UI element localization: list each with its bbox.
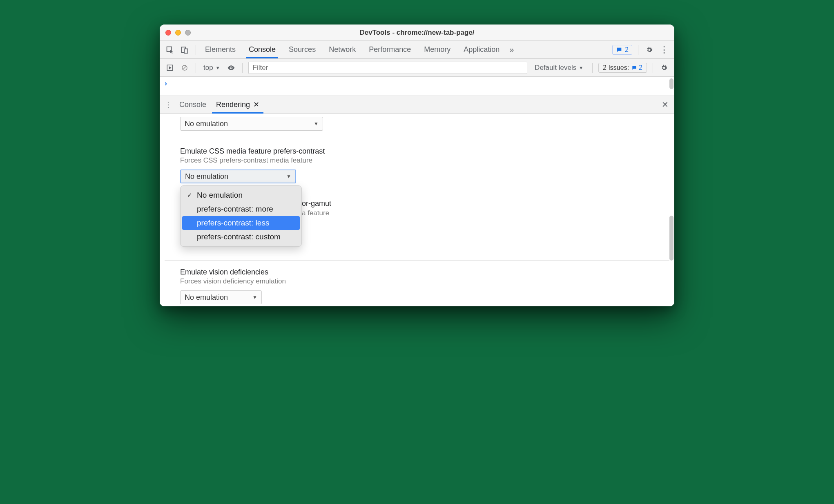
tab-elements[interactable]: Elements: [204, 41, 236, 58]
separator: [653, 63, 653, 73]
tab-network[interactable]: Network: [328, 41, 357, 58]
drawer-tab-rendering[interactable]: Rendering ✕: [212, 96, 263, 113]
select-value: No emulation: [185, 293, 228, 302]
dropdown-option-more[interactable]: prefers-contrast: more: [181, 202, 301, 216]
separator: [592, 63, 593, 73]
main-tabs: Elements Console Sources Network Perform…: [204, 41, 500, 58]
drawer-tabbar: ⋮ Console Rendering ✕ ✕: [160, 96, 674, 114]
separator: [196, 45, 196, 55]
tab-console[interactable]: Console: [248, 41, 277, 58]
svg-rect-1: [184, 49, 187, 53]
inspect-element-icon[interactable]: [165, 45, 175, 55]
settings-gear-icon[interactable]: [644, 45, 655, 55]
scrollbar-thumb[interactable]: [669, 78, 673, 89]
dropdown-option-custom[interactable]: prefers-contrast: custom: [181, 230, 301, 244]
log-levels-selector[interactable]: Default levels ▼: [531, 64, 586, 72]
separator: [242, 63, 243, 73]
tab-sources[interactable]: Sources: [288, 41, 317, 58]
drawer-tab-console[interactable]: Console: [175, 96, 210, 113]
color-gamut-title-partial: or-gamut: [302, 199, 331, 208]
drawer-more-icon[interactable]: ⋮: [163, 100, 174, 109]
select-value: No emulation: [185, 172, 228, 181]
console-messages-badge[interactable]: 2: [612, 45, 632, 55]
dropdown-option-no-emulation[interactable]: ✓ No emulation: [181, 188, 301, 202]
svg-line-4: [183, 66, 186, 69]
console-prompt-icon: ›: [165, 79, 167, 88]
chevron-down-icon: ▼: [286, 174, 291, 179]
separator: [196, 63, 196, 73]
filter-input[interactable]: [248, 62, 528, 74]
close-drawer-icon[interactable]: ✕: [662, 100, 669, 109]
vision-deficiencies-select[interactable]: No emulation ▼: [180, 290, 262, 304]
window-title: DevTools - chrome://new-tab-page/: [160, 29, 674, 37]
console-settings-gear-icon[interactable]: [659, 62, 669, 73]
color-gamut-desc-partial: a feature: [302, 209, 329, 217]
chat-icon: [616, 47, 622, 53]
chevron-down-icon: ▼: [252, 294, 257, 300]
close-window-button[interactable]: [165, 30, 171, 36]
badge-count: 2: [625, 46, 629, 54]
console-output[interactable]: ›: [160, 77, 674, 96]
check-icon: ✓: [186, 192, 193, 199]
issues-label: 2 Issues:: [603, 64, 629, 71]
main-tabbar: Elements Console Sources Network Perform…: [160, 41, 674, 59]
chevron-down-icon: ▼: [216, 65, 220, 70]
issues-count: 2: [631, 64, 642, 71]
devtools-window: DevTools - chrome://new-tab-page/ Elemen…: [160, 25, 674, 306]
rendering-panel: No emulation ▼ Emulate CSS media feature…: [160, 114, 674, 306]
clear-console-icon[interactable]: [179, 62, 190, 73]
scrollbar-thumb[interactable]: [669, 216, 673, 261]
prefers-contrast-dropdown: ✓ No emulation prefers-contrast: more pr…: [180, 185, 302, 247]
svg-point-5: [230, 67, 232, 68]
chevron-down-icon: ▼: [314, 121, 319, 127]
prefers-contrast-title: Emulate CSS media feature prefers-contra…: [180, 147, 674, 156]
titlebar: DevTools - chrome://new-tab-page/: [160, 25, 674, 41]
vision-deficiencies-desc: Forces vision deficiency emulation: [180, 277, 674, 285]
window-controls: [165, 30, 191, 36]
separator: [638, 45, 638, 55]
more-menu-icon[interactable]: ⋮: [659, 45, 669, 55]
levels-label: Default levels: [535, 64, 576, 72]
close-tab-icon[interactable]: ✕: [253, 100, 259, 109]
issues-button[interactable]: 2 Issues: 2: [598, 63, 647, 73]
context-selector[interactable]: top ▼: [202, 63, 222, 73]
vision-deficiencies-title: Emulate vision deficiencies: [180, 268, 674, 277]
tab-memory[interactable]: Memory: [423, 41, 451, 58]
live-expression-eye-icon[interactable]: [226, 62, 236, 73]
emulate-media-select[interactable]: No emulation ▼: [180, 117, 323, 131]
chat-icon: [631, 65, 637, 71]
context-label: top: [203, 64, 213, 72]
more-tabs-icon[interactable]: »: [509, 45, 514, 54]
tab-performance[interactable]: Performance: [368, 41, 412, 58]
select-value: No emulation: [185, 120, 228, 128]
console-toolbar: top ▼ Default levels ▼ 2 Issues: 2: [160, 59, 674, 77]
chevron-down-icon: ▼: [579, 65, 583, 70]
device-toolbar-icon[interactable]: [179, 45, 190, 55]
zoom-window-button[interactable]: [185, 30, 191, 36]
prefers-contrast-select[interactable]: No emulation ▼: [180, 169, 296, 183]
tab-application[interactable]: Application: [463, 41, 500, 58]
prefers-contrast-desc: Forces CSS prefers-contrast media featur…: [180, 156, 674, 165]
minimize-window-button[interactable]: [175, 30, 181, 36]
section-divider: [165, 260, 669, 261]
dropdown-option-less[interactable]: prefers-contrast: less: [182, 216, 300, 230]
execution-log-icon[interactable]: [165, 62, 175, 73]
